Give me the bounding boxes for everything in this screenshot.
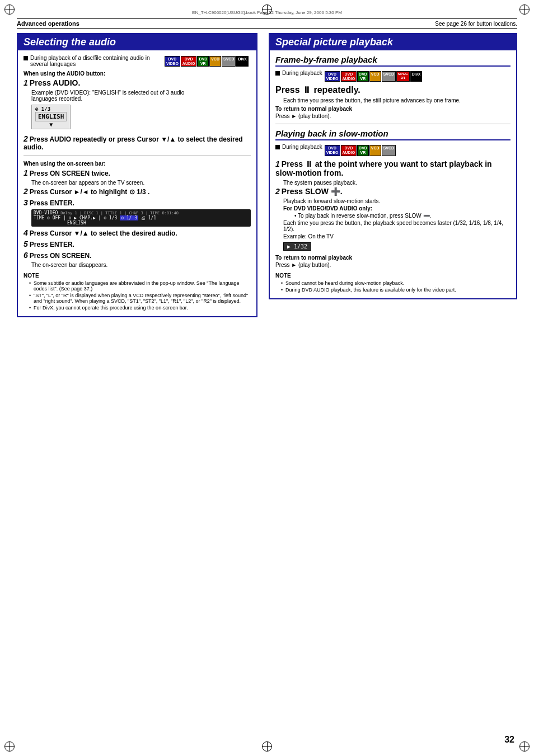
special-picture-section: Special picture playback Frame-by-frame … (269, 33, 517, 299)
corner-mark-tr (519, 4, 530, 15)
step-1-num: 1 (24, 78, 28, 87)
when-screen-label: When using the on-screen bar: (24, 161, 251, 167)
step-2-action: Press AUDIO repeatedly or press Cursor ▼… (24, 135, 243, 151)
frame-step-detail: Each time you press the button, the stil… (283, 97, 510, 104)
slow-note-item-1: Sound cannot be heard during slow-motion… (281, 280, 510, 286)
os-step-3-num: 3 (24, 198, 28, 207)
slow-dvd-bullet: • To play back in reverse slow-motion, p… (283, 213, 510, 219)
slow-note-item-2: During DVD AUDIO playback, this feature … (281, 287, 510, 293)
frame-badge-group: DVDVIDEO DVDAUDIO DVDVR VCD SVCD MPEG2/1… (325, 71, 423, 82)
page-number: 32 (504, 735, 514, 745)
slow-note-section: NOTE Sound cannot be heard during slow-m… (275, 273, 510, 293)
divider-right-1 (275, 124, 510, 124)
onscreen-step-5: 5 Press ENTER. (24, 240, 251, 248)
slow-step-1-action: Press ⏸ at the point where you want to s… (275, 159, 492, 177)
frame-badge-divx: DivX (410, 71, 423, 82)
onscreen-icon: 🖨 1/1 (141, 215, 156, 220)
onscreen-step-1: 1 Press ON SCREEN twice. (24, 168, 251, 177)
select-audio-content: During playback of a disc/file containin… (18, 50, 256, 316)
slow-badge-dvd-vr: DVDVR (357, 145, 369, 156)
slow-step-2-action: Press SLOW ➕. (282, 187, 343, 196)
select-audio-section: Selecting the audio During playback of a… (17, 33, 257, 317)
step-1-action: Press AUDIO. (30, 78, 81, 87)
badge-dvd-vr: DVDVR (197, 56, 209, 67)
slow-badge-group: DVDVIDEO DVDAUDIO DVDVR VCD SVCD (325, 145, 396, 156)
special-picture-content: Frame-by-frame playback During playback … (270, 50, 516, 298)
os-step-6-detail: The on-screen bar disappears. (31, 262, 251, 268)
frame-bullet-text: During playback (282, 70, 322, 76)
slow-intro: During playback DVDVIDEO DVDAUDIO DVDVR … (275, 144, 510, 156)
frame-by-frame-title: Frame-by-frame playback (275, 55, 510, 67)
corner-mark-br (519, 741, 530, 752)
slow-display: ▶ 1/32 (283, 242, 311, 251)
slow-return-text: Press ► (play button). (275, 262, 510, 268)
onscreen-bar-text1: DVD-VIDEO (34, 210, 60, 215)
os-step-1-detail: The on-screen bar appears on the TV scre… (31, 180, 251, 186)
frame-badge-dvd-audio: DVDAUDIO (341, 71, 357, 82)
display-cd-text: ⊙ 1/3 (35, 106, 67, 112)
frame-step: Press ⏸ repeatedly. (275, 85, 510, 95)
os-step-2-action: Press Cursor ►/◄ to highlight ⊙ 1/3 . (30, 188, 149, 196)
left-column: Selecting the audio During playback of a… (17, 33, 257, 325)
onscreen-highlight: ⊙ 1/ 3 (120, 215, 138, 220)
frame-intro: During playback DVDVIDEO DVDAUDIO DVDVR … (275, 70, 510, 82)
os-step-1-num: 1 (24, 168, 28, 177)
slow-step-2-detail: Playback in forward slow-motion starts. (283, 198, 510, 204)
note-item-2: "ST", "L", or "R" is displayed when play… (29, 293, 251, 304)
corner-mark-bl (4, 741, 15, 752)
slow-speed-note: Each time you press the button, the play… (283, 220, 510, 232)
when-audio-label: When using the AUDIO button: (24, 71, 251, 77)
onscreen-step-4: 4 Press Cursor ▼/▲ to select the desired… (24, 228, 251, 237)
badge-group-intro: DVDVIDEO DVDAUDIO DVDVR VCD SVCD DivX (165, 56, 249, 67)
slow-example-label: Example: On the TV (283, 233, 510, 240)
header-left: Advanced operations (17, 20, 79, 27)
slow-step-1: 1 Press ⏸ at the point where you want to… (275, 159, 510, 177)
step-1-detail: Example (DVD VIDEO): "ENGLISH" is select… (31, 90, 251, 102)
slow-motion-title: Playing back in slow-motion (275, 129, 510, 140)
onscreen-english: ENGLISH (67, 220, 86, 226)
badge-dvd-audio: DVDAUDIO (181, 56, 197, 67)
header-bar: Advanced operations See page 26 for butt… (17, 18, 517, 29)
frame-badge-vcd: VCD (369, 71, 381, 82)
frame-return-label: To return to normal playback (275, 106, 510, 112)
slow-step-1-num: 1 (275, 159, 280, 168)
select-audio-title: Selecting the audio (18, 34, 256, 50)
slow-return-label: To return to normal playback (275, 255, 510, 261)
step-2: 2 Press AUDIO repeatedly or press Cursor… (24, 134, 251, 151)
onscreen-bar-mockup: DVD-VIDEO Dolby 1 | DISC 1 | TITLE 1 | C… (31, 209, 251, 227)
frame-bullet-icon (275, 71, 280, 76)
os-step-2-num: 2 (24, 187, 28, 196)
os-step-4-num: 4 (24, 228, 28, 237)
special-picture-title: Special picture playback (270, 34, 516, 50)
slow-bullet-icon (275, 145, 280, 149)
badge-svcd: SVCD (222, 56, 236, 67)
note-title: NOTE (24, 273, 251, 279)
badge-divx: DivX (236, 56, 249, 67)
slow-step-2: 2 Press SLOW ➕. (275, 187, 510, 196)
corner-mark-bm (262, 741, 272, 752)
frame-badge-dvd-vr: DVDVR (357, 71, 369, 82)
os-step-5-num: 5 (24, 240, 28, 248)
divider-1 (24, 156, 251, 156)
slow-badge-vcd: VCD (369, 145, 381, 156)
onscreen-step-3: 3 Press ENTER. (24, 198, 251, 207)
onscreen-step-2: 2 Press Cursor ►/◄ to highlight ⊙ 1/3 . (24, 187, 251, 196)
corner-mark-tl (4, 4, 15, 15)
note-section: NOTE Some subtitle or audio languages ar… (24, 273, 251, 311)
slow-step-2-num: 2 (275, 187, 280, 196)
os-step-4-action: Press Cursor ▼/▲ to select the desired a… (30, 229, 177, 237)
os-step-6-num: 6 (24, 251, 28, 260)
frame-badge-svcd: SVCD (382, 71, 396, 82)
step-1: 1 Press AUDIO. (24, 78, 251, 87)
os-step-1-action: Press ON SCREEN twice. (30, 170, 110, 177)
header-right: See page 26 for button locations. (435, 21, 517, 27)
slow-badge-dvd-audio: DVDAUDIO (341, 145, 357, 156)
corner-mark-tm (262, 4, 272, 15)
os-step-5-action: Press ENTER. (30, 241, 74, 248)
onscreen-counter: Dolby 1 | DISC 1 | TITLE 1 | CHAP 3 | TI… (60, 211, 179, 215)
display-english: ENGLISH (35, 112, 67, 121)
slow-badge-svcd: SVCD (382, 145, 396, 156)
os-step-3-action: Press ENTER. (30, 199, 74, 207)
slow-note-title: NOTE (275, 273, 510, 279)
slow-step-1-detail: The system pauses playback. (283, 180, 510, 186)
